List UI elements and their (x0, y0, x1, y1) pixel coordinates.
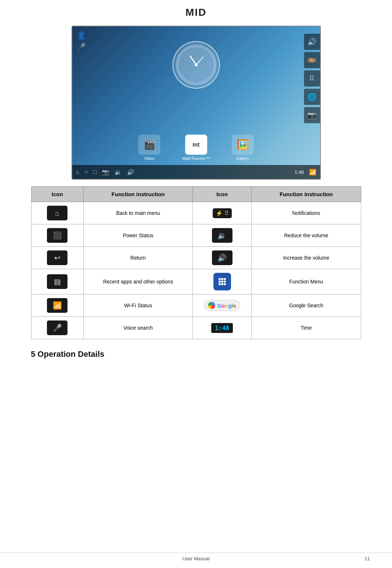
func-wifi-status: Wi-Fi Status (84, 294, 193, 317)
reduce-volume-icon: 🔉 (212, 228, 232, 243)
table-row: 🎤 Voice search 1:48 Time (31, 317, 361, 339)
google-text: Google (217, 303, 236, 309)
func-return: Return (84, 247, 193, 269)
google-circle-icon (208, 302, 215, 309)
svg-point-12 (224, 283, 226, 285)
taskbar-vol-up-icon: 🔊 (127, 169, 134, 176)
svg-point-11 (221, 283, 223, 285)
screen-sidebar: 🔊 🎞️ ⠿ 🌐 📷 (304, 34, 320, 123)
gallery-icon-box: 🖼️ (232, 135, 254, 155)
screen-user-icon: 👤 (77, 31, 86, 40)
screen-top-left-icons: 👤 🎤 (77, 31, 86, 51)
screen-mic-icon: 🎤 (77, 43, 86, 51)
taskbar-time: 1:48 (294, 169, 304, 175)
clock-widget (172, 41, 220, 89)
sidebar-video-icon: 🎞️ (304, 52, 320, 68)
wifi-status-icon: 📶 (47, 298, 67, 313)
icon-cell-power: ⬛ (31, 224, 84, 247)
notif-grid-icon: ⠿ (224, 210, 229, 217)
google-search-badge: Google (204, 300, 240, 311)
table-row: 📶 Wi-Fi Status Google Google Search (31, 294, 361, 317)
table-row: ▤ Recent apps and other options (31, 269, 361, 294)
func-time: Time (252, 317, 361, 339)
function-menu-icon (213, 273, 231, 290)
function-menu-dots-svg (217, 276, 228, 287)
gallery-label: Gallery (236, 156, 249, 161)
func-recent-apps: Recent apps and other options (84, 269, 193, 294)
icon-cell-vol-down: 🔉 (193, 224, 252, 247)
icon-cell-vol-up: 🔊 (193, 247, 252, 269)
increase-volume-icon: 🔊 (212, 250, 232, 265)
footer-label: User Manual (183, 556, 210, 561)
device-screenshot: 👤 🎤 🔊 🎞️ ⠿ 🌐 📷 🎬 V (72, 26, 321, 180)
back-to-main-menu-icon: ⌂ (47, 206, 67, 220)
svg-point-8 (221, 281, 223, 283)
svg-point-6 (224, 278, 226, 280)
icon-cell-time: 1:48 (193, 317, 252, 339)
function-table: Icon Function instruction Icon Function … (31, 186, 361, 339)
icon-cell-function-menu (193, 269, 252, 294)
svg-point-9 (224, 281, 226, 283)
func-google-search: Google Search (252, 294, 361, 317)
sidebar-camera-icon: 📷 (304, 107, 320, 123)
clock-face (176, 45, 216, 85)
screen-app-icons: 🎬 Video mt MathTeacher™ 🖼️ Gallery (72, 135, 320, 161)
svg-point-3 (195, 63, 198, 66)
icon-cell-notifications: ⚡ ⠿ (193, 202, 252, 224)
col-header-func1: Function instruction (84, 187, 193, 202)
func-notifications: Notifications (252, 202, 361, 224)
func-voice-search: Voice search (84, 317, 193, 339)
func-increase-volume: Increase the volume (252, 247, 361, 269)
table-row: ↩ Return 🔊 Increase the volume (31, 247, 361, 269)
video-app-icon: 🎬 Video (138, 135, 160, 161)
mathteacher-label: MathTeacher™ (182, 156, 210, 161)
svg-point-5 (221, 278, 223, 280)
notif-usb-icon: ⚡ (216, 210, 223, 217)
taskbar-wifi-icon: 📶 (309, 169, 316, 176)
gallery-app-icon: 🖼️ Gallery (232, 135, 254, 161)
icon-cell-voice: 🎤 (31, 317, 84, 339)
time-display-badge: 1:48 (211, 323, 233, 333)
func-function-menu: Function Menu (252, 269, 361, 294)
svg-point-10 (219, 283, 221, 285)
icon-cell-wifi: 📶 (31, 294, 84, 317)
func-reduce-volume: Reduce the volume (252, 224, 361, 247)
recent-apps-icon: ▤ (47, 274, 67, 289)
col-header-icon1: Icon (31, 187, 84, 202)
sidebar-speaker-icon: 🔊 (304, 34, 320, 50)
device-screen: 👤 🎤 🔊 🎞️ ⠿ 🌐 📷 🎬 V (72, 26, 321, 180)
col-header-icon2: Icon (193, 187, 252, 202)
func-power-status: Power Status (84, 224, 193, 247)
taskbar-vol-down-icon: 🔉 (114, 169, 122, 176)
sidebar-grid-icon: ⠿ (304, 70, 320, 87)
icon-cell-return: ↩ (31, 247, 84, 269)
sidebar-globe-icon: 🌐 (304, 89, 320, 105)
notifications-icon: ⚡ ⠿ (213, 208, 232, 218)
page-title: MID (0, 0, 392, 22)
icon-cell-google: Google (193, 294, 252, 317)
table-row: ⌂ Back to main menu ⚡ ⠿ Notifications (31, 202, 361, 224)
col-header-func2: Function instruction (252, 187, 361, 202)
page-footer: User Manual (0, 553, 392, 561)
taskbar-back-icon: ○ (84, 169, 88, 175)
mathteacher-icon-box: mt (185, 135, 207, 155)
section-heading: 5 Operation Details (31, 349, 392, 359)
power-status-icon: ⬛ (47, 228, 67, 243)
svg-point-7 (219, 281, 221, 283)
svg-point-4 (219, 278, 221, 280)
icon-cell-recent: ▤ (31, 269, 84, 294)
mathteacher-app-icon: mt MathTeacher™ (182, 135, 210, 161)
func-back-to-main: Back to main menu (84, 202, 193, 224)
table-row: ⬛ Power Status 🔉 Reduce the volume (31, 224, 361, 247)
voice-search-icon: 🎤 (47, 320, 67, 335)
taskbar-screenshot-icon: 📷 (102, 169, 109, 176)
screen-taskbar: ⌂ ○ □ 📷 🔉 🔊 1:48 📶 (72, 165, 320, 179)
video-label: Video (144, 156, 154, 161)
video-icon-box: 🎬 (138, 135, 160, 155)
page-number: 11 (365, 556, 370, 561)
icon-cell-home: ⌂ (31, 202, 84, 224)
taskbar-home-icon: ⌂ (76, 169, 80, 175)
taskbar-menu-icon: □ (93, 169, 97, 175)
return-icon: ↩ (47, 250, 67, 265)
